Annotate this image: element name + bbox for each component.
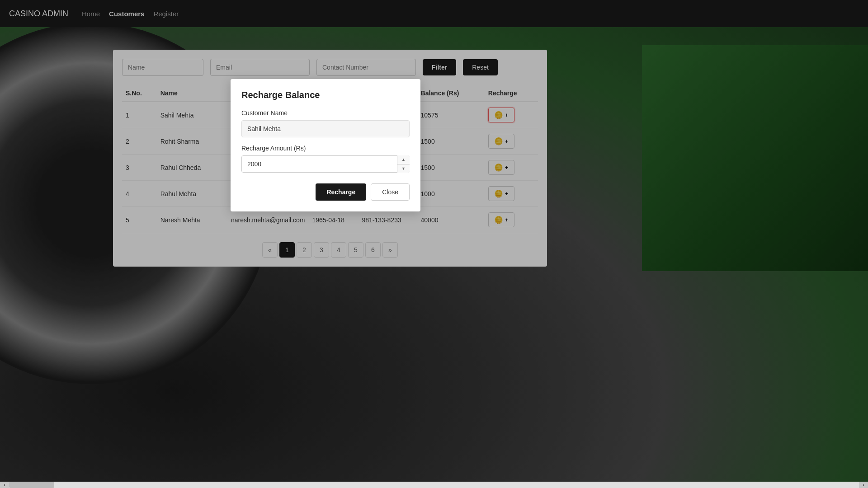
spinner-up[interactable]: ▲ [397,155,410,164]
modal-title: Recharge Balance [241,90,410,100]
recharge-amount-field: Recharge Amount (Rs) ▲ ▼ [241,145,410,173]
modal-overlay[interactable] [0,0,868,488]
customer-name-field: Customer Name Sahil Mehta [241,109,410,137]
amount-spinner: ▲ ▼ [397,155,410,173]
customer-name-value: Sahil Mehta [241,120,410,137]
amount-input[interactable] [241,155,410,173]
scroll-left-arrow[interactable]: ‹ [0,482,9,488]
scrollbar-track: ‹ › [0,482,868,488]
customer-name-label: Customer Name [241,109,410,117]
scrollbar-thumb[interactable] [9,482,54,488]
recharge-modal: Recharge Balance Customer Name Sahil Meh… [231,79,420,211]
modal-actions: Recharge Close [241,183,410,201]
amount-input-wrap: ▲ ▼ [241,155,410,173]
amount-label: Recharge Amount (Rs) [241,145,410,152]
modal-recharge-button[interactable]: Recharge [316,183,366,201]
modal-close-button[interactable]: Close [371,183,410,201]
scroll-right-arrow[interactable]: › [859,482,868,488]
spinner-down[interactable]: ▼ [397,164,410,173]
